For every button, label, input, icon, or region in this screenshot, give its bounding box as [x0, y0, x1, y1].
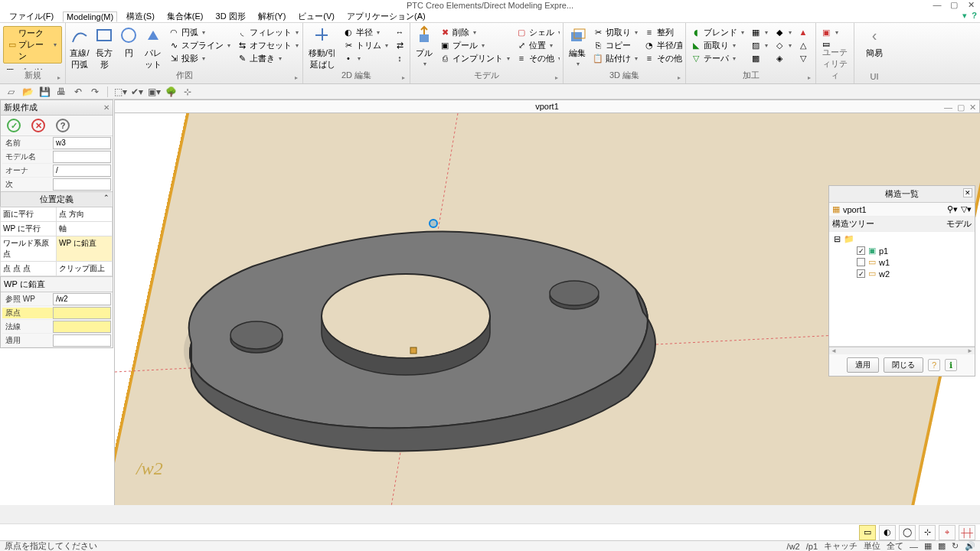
m-a[interactable]: ▦	[749, 26, 769, 38]
open-icon[interactable]: 📂	[21, 86, 34, 98]
spline-button[interactable]: ∿スプライン	[167, 39, 232, 51]
pos-opt-4[interactable]: ワールド系原点	[0, 236, 57, 262]
status-all[interactable]: 全て	[887, 540, 903, 551]
pos-opt-1[interactable]: 点 方向	[56, 207, 113, 222]
trim-button[interactable]: ✂トリム	[341, 39, 390, 51]
vp-min-icon[interactable]: —	[944, 101, 952, 113]
struct-close-button[interactable]: 閉じる	[884, 357, 923, 373]
status-view2-icon[interactable]: ▩	[938, 541, 946, 551]
m-c[interactable]: ▩	[749, 52, 769, 64]
structure-tree[interactable]: ⊟📁 ✓▣p1 ▭w1 ✓▭w2	[829, 232, 975, 347]
position-button[interactable]: ⤢位置	[514, 39, 560, 51]
m-g[interactable]: ▲	[796, 26, 812, 38]
easy-button[interactable]: ‹簡易	[858, 24, 891, 59]
ok-button[interactable]: ✓	[7, 119, 21, 132]
rect-button[interactable]: 長方形	[93, 24, 115, 70]
close-icon[interactable]: ✕	[965, 0, 977, 10]
panel-close-icon[interactable]: ✕	[103, 103, 109, 112]
paste3d-button[interactable]: 📋貼付け	[591, 52, 639, 64]
status-sound-icon[interactable]: 🔊	[965, 541, 975, 551]
m-b[interactable]: ▨	[749, 39, 769, 51]
pos-opt-3[interactable]: 軸	[56, 221, 113, 236]
structure-view[interactable]: vport1	[843, 205, 944, 214]
viewport-canvas[interactable]: /w2 構造一覧✕ ▦ vport1 ⚲▾ ▽▾ 構造ツリー モデル ⊟📁 ✓▣…	[114, 113, 980, 505]
other-model-button[interactable]: ≡その他	[514, 52, 560, 64]
bt-axis-icon[interactable]: ⊹	[919, 525, 936, 540]
node-p1[interactable]: p1	[879, 246, 888, 256]
modelname-input[interactable]	[53, 151, 111, 163]
name-input[interactable]: w3	[53, 137, 111, 149]
radius3d-button[interactable]: ◔半径/直径	[642, 39, 682, 51]
minimize-icon[interactable]: —	[931, 0, 943, 10]
m-i[interactable]: ▽	[796, 52, 812, 64]
shell-button[interactable]: ▢シェル	[514, 26, 560, 38]
bt-shaded-icon[interactable]: ◐	[879, 525, 896, 540]
select-icon[interactable]: ⬚▾	[114, 86, 126, 98]
status-part[interactable]: /p1	[806, 542, 818, 551]
owner-input[interactable]: /	[53, 165, 111, 177]
vp-close-icon[interactable]: ✕	[969, 101, 976, 113]
menu-3dshape[interactable]: 3D 図形	[213, 11, 249, 22]
menu-structure[interactable]: 構造(S)	[123, 11, 158, 22]
filter-icon[interactable]: ✔▾	[131, 86, 143, 98]
bt-wp-icon[interactable]: ▭	[859, 525, 876, 540]
status-catch[interactable]: キャッチ	[824, 540, 858, 551]
help-dd-icon[interactable]: ▾	[962, 11, 967, 21]
status-wp[interactable]: /w2	[787, 542, 800, 551]
chamfer-button[interactable]: ◣面取り	[689, 39, 746, 51]
proj-button[interactable]: ⇲投影	[167, 52, 232, 64]
u-b[interactable]: ▤	[819, 39, 840, 47]
m-e[interactable]: ◇	[773, 39, 793, 51]
refwp-input[interactable]: /w2	[53, 293, 111, 305]
m-h[interactable]: △	[796, 39, 812, 51]
apply-input[interactable]	[53, 334, 111, 347]
cancel-button[interactable]: ✕	[31, 119, 45, 132]
help-icon[interactable]: ?	[972, 11, 977, 21]
status-view1-icon[interactable]: ▦	[924, 541, 932, 551]
redo-icon[interactable]: ↷	[89, 86, 101, 98]
menu-view[interactable]: ビュー(V)	[295, 11, 338, 22]
pos-opt-7[interactable]: クリップ面上	[56, 261, 113, 276]
delete-button[interactable]: ✖削除	[438, 26, 511, 38]
status-unit[interactable]: 単位	[864, 540, 880, 551]
line-button[interactable]: 直線/円弧	[69, 24, 90, 70]
status-refresh-icon[interactable]: ↻	[952, 541, 959, 551]
e2d-c[interactable]: ↕	[393, 52, 407, 64]
pos-opt-6[interactable]: 点 点 点	[0, 261, 57, 276]
node-w1[interactable]: w1	[879, 258, 890, 267]
bt-snap-icon[interactable]: ⌖	[939, 525, 956, 540]
cut3d-button[interactable]: ✂切取り	[591, 26, 639, 38]
align-button[interactable]: ≡整列	[642, 26, 682, 38]
expand-icon[interactable]: ⊟	[834, 234, 841, 244]
m-f[interactable]: ◈	[773, 52, 793, 64]
workplane-chip[interactable]: ▭ワークプレーン	[3, 26, 62, 64]
menu-file[interactable]: ファイル(F)	[6, 11, 57, 22]
display-icon[interactable]: ▣▾	[148, 86, 160, 98]
save-icon[interactable]: 💾	[38, 86, 51, 98]
origin-input[interactable]	[53, 307, 111, 319]
maximize-icon[interactable]: ▢	[948, 0, 960, 10]
tree-icon[interactable]: 🌳	[165, 86, 177, 98]
other3d-button[interactable]: ≡その他	[642, 52, 682, 64]
pos-opt-0[interactable]: 面に平行	[0, 207, 57, 222]
imprint-button[interactable]: ⎙インプリント	[438, 52, 511, 64]
tree-scrollbar[interactable]	[829, 347, 975, 354]
m-d[interactable]: ◆	[773, 26, 793, 38]
pos-opt-2[interactable]: WP に平行	[0, 221, 57, 236]
offset-button[interactable]: ⇆オフセット	[235, 39, 299, 51]
dot-button[interactable]: •	[341, 52, 390, 64]
node-check-w2[interactable]: ✓	[857, 269, 865, 278]
axis-icon[interactable]: ⊹	[181, 86, 194, 98]
bt-grid-icon[interactable]: ┼┼	[959, 525, 975, 540]
vp-max-icon[interactable]: ▢	[957, 101, 965, 113]
edit3d-button[interactable]: 編集	[567, 24, 588, 67]
circle-button[interactable]: 円	[118, 24, 139, 59]
next-input[interactable]	[53, 178, 111, 191]
node-check-p1[interactable]: ✓	[857, 246, 865, 255]
fillet-button[interactable]: ◟フィレット	[235, 26, 299, 38]
structure-close-icon[interactable]: ✕	[963, 188, 972, 197]
new-icon[interactable]: ▱	[5, 86, 17, 98]
filter-icon[interactable]: ▽▾	[961, 204, 972, 214]
u-a[interactable]: ▣	[819, 26, 840, 38]
move-button[interactable]: 移動/引延ばし	[306, 24, 338, 70]
